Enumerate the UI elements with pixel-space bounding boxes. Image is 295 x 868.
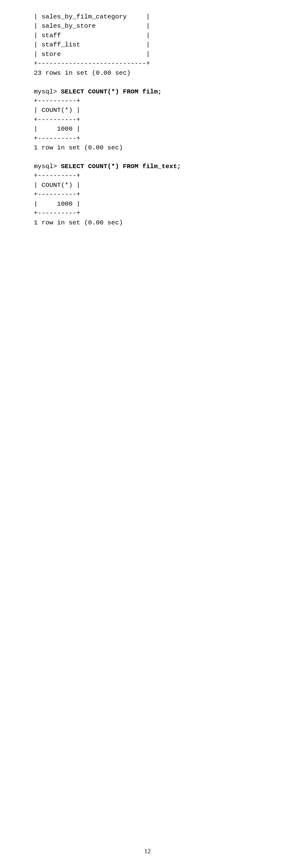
result-value: | 1000 | <box>34 124 261 134</box>
result-border: +----------+ <box>34 209 261 218</box>
sql-line: mysql> SELECT COUNT(*) FROM film; <box>34 87 261 96</box>
result-border: +----------+ <box>34 115 261 124</box>
query-summary: 1 row in set (0.00 sec) <box>34 143 261 152</box>
sql-prompt: mysql> <box>34 88 57 95</box>
result-border: +----------+ <box>34 190 261 199</box>
sql-query: SELECT COUNT(*) FROM film; <box>61 88 162 95</box>
table-list-row: | staff_list | <box>34 40 261 50</box>
sql-prompt: mysql> <box>34 163 57 170</box>
result-border: +----------+ <box>34 96 261 106</box>
blank-line <box>34 153 261 162</box>
query-summary: 1 row in set (0.00 sec) <box>34 218 261 227</box>
result-header: | COUNT(*) | <box>34 106 261 115</box>
result-header: | COUNT(*) | <box>34 181 261 190</box>
table-list-row: | sales_by_film_category | <box>34 12 261 22</box>
sql-line: mysql> SELECT COUNT(*) FROM film_text; <box>34 162 261 171</box>
page: | sales_by_film_category | | sales_by_st… <box>0 0 295 868</box>
table-list-border: +----------------------------+ <box>34 59 261 68</box>
table-list-row: | store | <box>34 50 261 59</box>
result-border: +----------+ <box>34 134 261 143</box>
query-summary: 23 rows in set (0.00 sec) <box>34 68 261 78</box>
blank-line <box>34 78 261 87</box>
table-list-row: | staff | <box>34 31 261 40</box>
page-number: 12 <box>0 846 295 856</box>
result-value: | 1000 | <box>34 199 261 209</box>
table-list-row: | sales_by_store | <box>34 22 261 31</box>
sql-query: SELECT COUNT(*) FROM film_text; <box>61 163 181 170</box>
result-border: +----------+ <box>34 171 261 180</box>
